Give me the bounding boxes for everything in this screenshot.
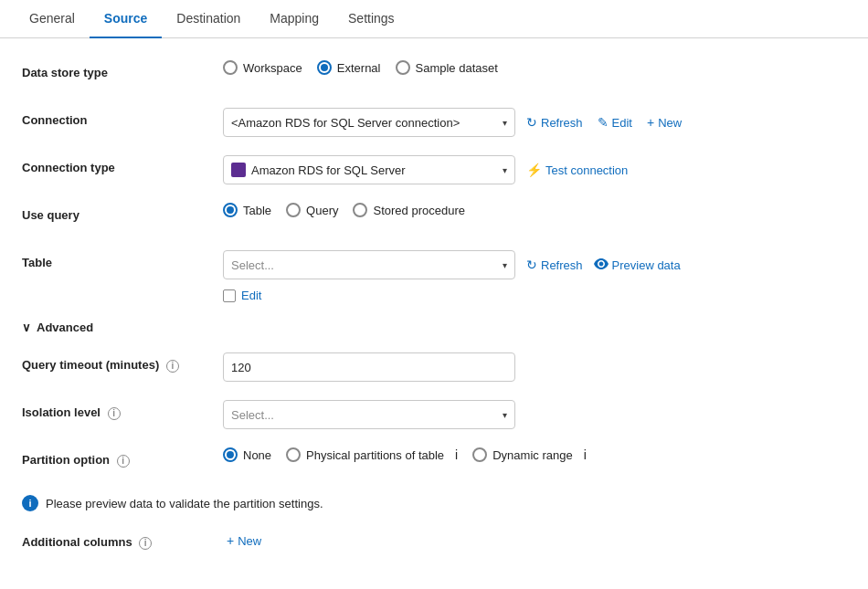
radio-dynamic-range[interactable]: Dynamic range <box>472 447 572 462</box>
connection-edit-button[interactable]: ✎ Edit <box>594 111 636 133</box>
preview-data-label: Preview data <box>612 258 681 272</box>
additional-columns-new-button[interactable]: + New <box>223 530 265 552</box>
additional-columns-new-label: New <box>238 534 261 548</box>
radio-external-label: External <box>337 61 381 75</box>
table-refresh-icon: ↻ <box>526 258 537 272</box>
radio-stored-procedure-label: Stored procedure <box>373 204 464 217</box>
query-timeout-input[interactable] <box>223 352 515 382</box>
radio-stored-procedure[interactable]: Stored procedure <box>353 203 464 217</box>
tab-destination[interactable]: Destination <box>162 0 255 38</box>
data-store-type-label: Data store type <box>22 60 223 79</box>
preview-data-icon <box>594 258 609 272</box>
connection-type-value: Amazon RDS for SQL Server <box>251 163 497 177</box>
info-circle-icon: i <box>22 495 38 511</box>
tab-general[interactable]: General <box>15 0 90 38</box>
query-timeout-control <box>223 352 846 382</box>
table-edit-row: Edit <box>223 289 261 302</box>
connection-type-row: Connection type Amazon RDS for SQL Serve… <box>22 155 846 184</box>
advanced-label: Advanced <box>37 321 93 334</box>
connection-refresh-label: Refresh <box>541 116 583 130</box>
test-connection-label: Test connection <box>545 163 628 177</box>
info-message: Please preview data to validate the part… <box>46 497 323 510</box>
table-dropdown[interactable]: Select... ▾ <box>223 250 515 279</box>
advanced-chevron-icon: ∨ <box>22 321 31 334</box>
table-refresh-button[interactable]: ↻ Refresh <box>523 254 587 276</box>
db-icon <box>231 163 246 177</box>
radio-workspace[interactable]: Workspace <box>223 60 302 75</box>
table-edit-checkbox[interactable] <box>223 289 236 302</box>
partition-option-label: Partition option i <box>22 447 223 468</box>
connection-new-button[interactable]: + New <box>643 111 685 133</box>
connection-row: Connection <Amazon RDS for SQL Server co… <box>22 108 846 137</box>
radio-table-label: Table <box>243 204 271 217</box>
additional-columns-row: Additional columns i + New <box>22 530 846 559</box>
test-connection-icon: ⚡ <box>526 163 542 177</box>
table-row-first: Select... ▾ ↻ Refresh <box>223 250 681 279</box>
table-refresh-label: Refresh <box>541 258 583 272</box>
radio-stored-procedure-circle <box>353 203 367 217</box>
radio-external-circle <box>317 60 332 75</box>
preview-data-button[interactable]: Preview data <box>594 258 681 272</box>
radio-physical-partitions[interactable]: Physical partitions of table <box>286 447 444 462</box>
connection-chevron-icon: ▾ <box>503 118 507 128</box>
connection-refresh-button[interactable]: ↻ Refresh <box>523 111 587 133</box>
data-store-type-options: Workspace External Sample dataset <box>223 60 846 75</box>
tab-source[interactable]: Source <box>90 0 162 38</box>
radio-dynamic-range-circle <box>472 447 487 462</box>
additional-columns-control: + New <box>223 530 846 552</box>
advanced-toggle[interactable]: ∨ Advanced <box>22 321 846 334</box>
connection-label: Connection <box>22 108 223 127</box>
isolation-level-placeholder: Select... <box>231 408 497 422</box>
new-plus-icon: + <box>647 115 654 130</box>
connection-controls: <Amazon RDS for SQL Server connection> ▾… <box>223 108 846 137</box>
radio-sample-dataset[interactable]: Sample dataset <box>396 60 498 75</box>
additional-columns-label: Additional columns i <box>22 530 223 550</box>
radio-sample-dataset-circle <box>396 60 410 75</box>
connection-type-dropdown[interactable]: Amazon RDS for SQL Server ▾ <box>223 155 515 184</box>
partition-option-row: Partition option i None Physical partiti… <box>22 447 846 477</box>
radio-external[interactable]: External <box>317 60 381 75</box>
radio-table[interactable]: Table <box>223 203 271 217</box>
test-connection-button[interactable]: ⚡ Test connection <box>523 159 631 181</box>
isolation-level-dropdown[interactable]: Select... ▾ <box>223 400 515 429</box>
edit-icon: ✎ <box>598 115 609 130</box>
connection-type-label: Connection type <box>22 155 223 174</box>
radio-workspace-circle <box>223 60 238 75</box>
use-query-options: Table Query Stored procedure <box>223 203 846 217</box>
isolation-level-info-icon: i <box>108 407 121 420</box>
radio-none-circle <box>223 447 238 462</box>
isolation-level-chevron-icon: ▾ <box>503 410 507 420</box>
table-label: Table <box>22 250 223 269</box>
isolation-level-control: Select... ▾ <box>223 400 846 429</box>
connection-type-chevron-icon: ▾ <box>503 165 507 175</box>
connection-dropdown[interactable]: <Amazon RDS for SQL Server connection> ▾ <box>223 108 515 137</box>
radio-query[interactable]: Query <box>286 203 338 217</box>
tab-mapping[interactable]: Mapping <box>255 0 333 38</box>
table-placeholder: Select... <box>231 258 497 272</box>
physical-partitions-info-icon: i <box>455 447 458 462</box>
query-timeout-label: Query timeout (minutes) i <box>22 352 223 373</box>
tab-settings[interactable]: Settings <box>333 0 409 38</box>
radio-workspace-label: Workspace <box>243 61 302 75</box>
tab-bar: General Source Destination Mapping Setti… <box>0 0 868 38</box>
isolation-level-label: Isolation level i <box>22 400 223 420</box>
table-inner-controls: Select... ▾ ↻ Refresh <box>223 250 681 302</box>
connection-edit-label: Edit <box>612 116 632 130</box>
use-query-label: Use query <box>22 203 223 222</box>
radio-none[interactable]: None <box>223 447 271 462</box>
radio-dynamic-range-label: Dynamic range <box>492 448 572 462</box>
dynamic-range-info-icon: i <box>584 447 587 462</box>
info-banner: i Please preview data to validate the pa… <box>22 495 846 511</box>
table-edit-label[interactable]: Edit <box>241 289 261 302</box>
query-timeout-info-icon: i <box>166 360 179 373</box>
connection-new-label: New <box>658 116 682 130</box>
radio-physical-partitions-label: Physical partitions of table <box>306 448 444 462</box>
partition-option-info-icon: i <box>117 455 130 468</box>
data-store-type-row: Data store type Workspace External Sampl… <box>22 60 846 89</box>
radio-query-label: Query <box>306 204 338 217</box>
table-row: Table Select... ▾ ↻ Refresh <box>22 250 846 302</box>
radio-table-circle <box>223 203 238 217</box>
connection-value: <Amazon RDS for SQL Server connection> <box>231 116 497 130</box>
use-query-row: Use query Table Query Stored procedure <box>22 203 846 232</box>
radio-query-circle <box>286 203 301 217</box>
